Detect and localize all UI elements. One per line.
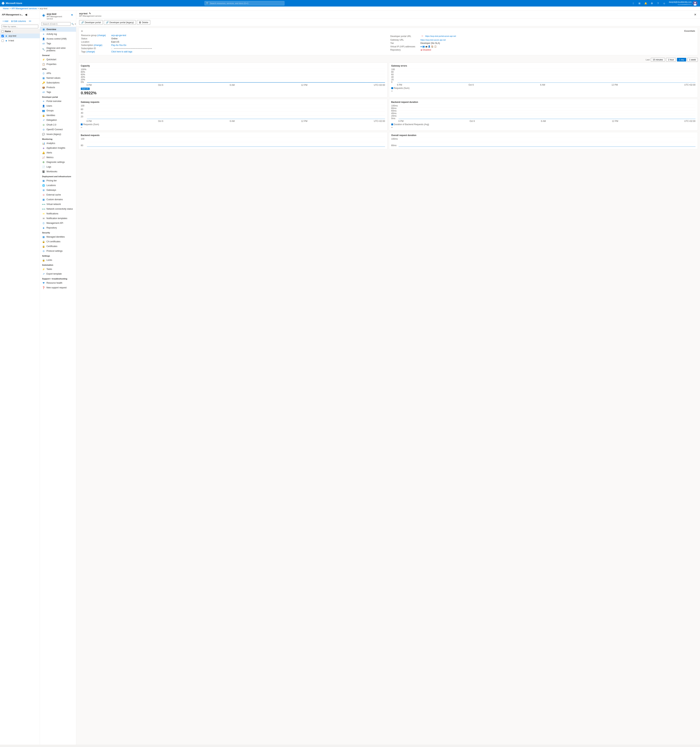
- svg-point-1: [694, 2, 696, 3]
- add-tags-link[interactable]: Click here to add tags: [111, 50, 132, 53]
- domains-icon: ▦: [42, 198, 45, 201]
- sidebar-item-workbooks[interactable]: 📓 Workbooks: [40, 169, 76, 174]
- sidebar-item-ca-certs[interactable]: 🔒 CA certificates: [40, 239, 76, 244]
- sidebar-item-new-support[interactable]: ❓ New support request: [40, 285, 76, 290]
- sidebar-item-management-api[interactable]: ⟨⟩ Management API: [40, 221, 76, 225]
- gateway-errors-svg: [397, 68, 695, 83]
- add-button[interactable]: + Add: [2, 20, 9, 23]
- filter-input[interactable]: [2, 25, 38, 28]
- developer-portal-button[interactable]: 🔗 Developer portal: [79, 20, 103, 25]
- sidebar-item-users[interactable]: 👤 Users: [40, 104, 76, 108]
- sidebar-item-notification-templates[interactable]: ✉ Notification templates: [40, 216, 76, 221]
- sidebar-item-named-values[interactable]: ▦ Named values: [40, 76, 76, 80]
- sidebar-item-tags[interactable]: 🏷 Tags: [40, 41, 76, 46]
- edit-columns-button[interactable]: ⊞ Edit columns: [10, 20, 27, 23]
- locations-icon: 🌐: [42, 184, 45, 187]
- nav-search-close-icon[interactable]: ✕: [74, 23, 76, 25]
- change-tags-link[interactable]: (change): [86, 50, 95, 53]
- select-all-checkbox[interactable]: [2, 30, 4, 33]
- help-icon[interactable]: ?: [656, 1, 661, 6]
- sidebar-item-network-connectivity[interactable]: ⟺ Network connectivity status: [40, 207, 76, 211]
- nav-collapse-button[interactable]: ◀: [70, 12, 74, 17]
- sidebar-item-resource-health[interactable]: ❤ Resource health: [40, 281, 76, 285]
- sidebar-item-managed-identities[interactable]: ▦ Managed identities: [40, 234, 76, 239]
- change-sub-link[interactable]: (change): [94, 44, 102, 47]
- cloud-shell-icon[interactable]: : [631, 1, 636, 6]
- time-1day-button[interactable]: 1 day: [677, 58, 686, 62]
- breadcrumb-home[interactable]: Home: [3, 7, 9, 10]
- sidebar-item-locations[interactable]: 🌐 Locations: [40, 183, 76, 188]
- list-item[interactable]: ◈ lr-test •••: [0, 38, 40, 43]
- list-item[interactable]: ◈ acp-test •••: [0, 33, 40, 38]
- time-1week-button[interactable]: 1 week: [687, 58, 698, 62]
- sidebar-item-properties[interactable]: 📋 Properties: [40, 62, 76, 67]
- gateway-url-link[interactable]: https://acp-test.azure-api.net: [421, 39, 446, 41]
- sidebar-item-quickstart[interactable]: ⚡ Quickstart: [40, 57, 76, 62]
- sidebar-item-pricing-tier[interactable]: ▦ Pricing tier: [40, 178, 76, 183]
- user-profile[interactable]: dwojcik@cloudidentity.com CLOUDIDENTITY: [668, 0, 698, 6]
- left-panel-collapse[interactable]: ◀: [24, 12, 28, 17]
- sidebar-item-certificates[interactable]: 🔒 Certificates: [40, 244, 76, 249]
- sidebar-item-vnet[interactable]: ⟺ Virtual network: [40, 202, 76, 207]
- sidebar-item-gateways[interactable]: ⊞ Gateways: [40, 188, 76, 192]
- sidebar-item-products[interactable]: 📦 Products: [40, 85, 76, 90]
- delete-button[interactable]: 🗑 Delete: [137, 20, 150, 25]
- edit-title-icon[interactable]: ✎: [89, 12, 91, 15]
- sidebar-item-export-template[interactable]: ↗ Export template: [40, 272, 76, 276]
- sidebar-item-groups[interactable]: 👥 Groups: [40, 108, 76, 113]
- sidebar-item-metrics[interactable]: 📈 Metrics: [40, 155, 76, 160]
- feedback-icon[interactable]: ☺: [662, 1, 667, 6]
- appinsights-icon: ◈: [42, 147, 45, 150]
- close-content-button[interactable]: ✕: [693, 12, 697, 17]
- sidebar-item-notifications[interactable]: ✉ Notifications: [40, 211, 76, 216]
- notifications-icon[interactable]: 🔔: [643, 1, 648, 6]
- sidebar-item-app-insights[interactable]: ◈ Application Insights: [40, 146, 76, 150]
- sidebar-item-diagnostic-settings[interactable]: ⚙ Diagnostic settings: [40, 160, 76, 165]
- sidebar-item-protocol-settings[interactable]: ⊙ Protocol settings: [40, 249, 76, 253]
- nav-search-input[interactable]: [41, 22, 71, 26]
- analytics-icon: 📊: [42, 142, 45, 145]
- sidebar-item-repository[interactable]: ◈ Repository: [40, 225, 76, 230]
- gateway-requests-svg: [87, 104, 385, 119]
- sort-icon[interactable]: ↕: [12, 30, 13, 32]
- sidebar-item-portal-overview[interactable]: ≡ Portal overview: [40, 99, 76, 104]
- sidebar-item-identities[interactable]: 🔒 Identities: [40, 113, 76, 118]
- sidebar-item-activity-log[interactable]: ≡ Activity log: [40, 32, 76, 36]
- sidebar-item-external-cache[interactable]: ⊙ External cache: [40, 192, 76, 197]
- resource-group-link[interactable]: acp-api-gw-test: [111, 34, 126, 36]
- sidebar-item-custom-domains[interactable]: ▦ Custom domains: [40, 197, 76, 202]
- sidebar-item-subscriptions[interactable]: 🔑 Subscriptions: [40, 80, 76, 85]
- sidebar-item-apis[interactable]: ⟨⟩ APIs: [40, 71, 76, 76]
- sidebar-item-locks[interactable]: 🔒 Locks: [40, 258, 76, 262]
- item-checkbox[interactable]: [2, 39, 4, 42]
- developer-portal-legacy-button[interactable]: 🔗 Developer portal (legacy): [104, 20, 136, 25]
- sidebar-item-openid[interactable]: ⊙ OpenID Connect: [40, 127, 76, 132]
- chart-x-axis: 6 PM Oct 6 6 AM 12 PM UTC+02:00: [398, 120, 695, 122]
- sidebar-item-delegation[interactable]: ↗ Delegation: [40, 118, 76, 122]
- sidebar-item-analytics[interactable]: 📊 Analytics: [40, 141, 76, 146]
- sidebar-item-diagnose[interactable]: 🔧 Diagnose and solve problems: [40, 46, 76, 53]
- sidebar-item-logs[interactable]: 📄 Logs: [40, 165, 76, 169]
- dev-portal-url-link[interactable]: https://acp-test.portal.azure-api.net: [425, 35, 456, 37]
- portal-icon[interactable]: ⊞: [637, 1, 642, 6]
- time-1hour-button[interactable]: 1 hour: [666, 58, 676, 62]
- quickstart-icon: ⚡: [42, 58, 45, 61]
- item-checkbox[interactable]: [2, 35, 4, 37]
- change-rg-link[interactable]: (change): [97, 34, 106, 36]
- managed-id-icon: ▦: [42, 235, 45, 238]
- chart-summary-value: --: [391, 90, 695, 92]
- breadcrumb-api-management[interactable]: API Management services: [11, 7, 37, 10]
- sidebar-item-overview[interactable]: ⊞ Overview: [40, 27, 76, 32]
- more-options-button[interactable]: •••: [28, 20, 32, 23]
- sidebar-item-iam[interactable]: 👤 Access control (IAM): [40, 36, 76, 41]
- sidebar-item-oauth2[interactable]: ⊙ OAuth 2.0: [40, 122, 76, 127]
- sidebar-item-api-tags[interactable]: 🏷 Tags: [40, 90, 76, 94]
- sidebar-item-alerts[interactable]: 🔔 Alerts: [40, 150, 76, 155]
- subscription-link[interactable]: Pay-As-You-Go: [111, 44, 126, 47]
- time-15min-button[interactable]: 15 minutes: [651, 58, 665, 62]
- essentials-header[interactable]: ∧ Essentials: [81, 30, 695, 32]
- global-search[interactable]: 🔍 Search resources, services, and docs (…: [205, 1, 284, 5]
- settings-icon[interactable]: ⚙: [649, 1, 655, 6]
- sidebar-item-tasks[interactable]: ⚡ Tasks: [40, 267, 76, 272]
- sidebar-item-issues[interactable]: 💬 Issues (legacy): [40, 132, 76, 136]
